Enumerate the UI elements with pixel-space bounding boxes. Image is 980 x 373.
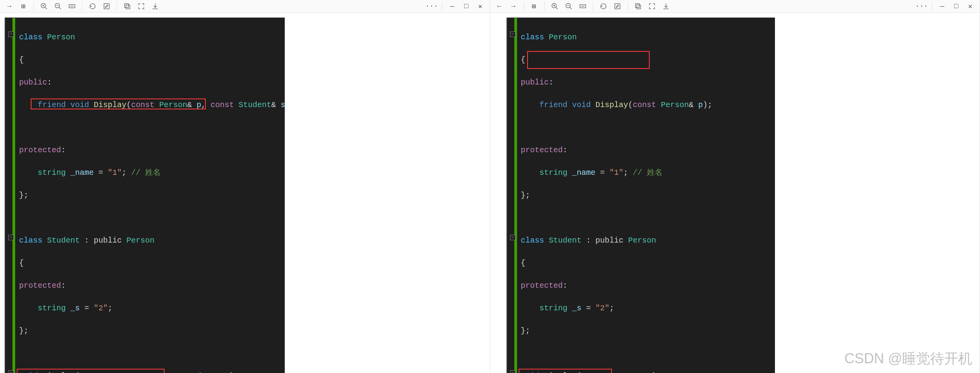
toolbar-left: → ⊞ ··· — □ ✕ — [0, 0, 490, 13]
fullscreen-icon[interactable] — [135, 0, 147, 12]
separator — [544, 2, 545, 11]
toolbar-right: ← → ⊞ ··· — □ ✕ — [490, 0, 980, 13]
display-definition-right: −void Display(const Person& p) — [521, 370, 773, 373]
separator — [932, 2, 932, 11]
svg-line-1 — [45, 7, 47, 9]
svg-rect-10 — [124, 4, 128, 7]
zoom-out-icon[interactable] — [563, 0, 575, 12]
back-icon[interactable]: ← — [493, 0, 506, 12]
editor-container-left: −class Person { public: friend void Disp… — [0, 13, 490, 373]
edit-icon[interactable] — [100, 0, 113, 12]
copy-icon[interactable] — [121, 0, 133, 12]
zoom-out-icon[interactable] — [52, 0, 64, 12]
fit-width-icon[interactable] — [577, 0, 589, 12]
fit-width-icon[interactable] — [66, 0, 78, 12]
separator — [593, 2, 593, 11]
svg-line-15 — [556, 7, 557, 9]
fullscreen-icon[interactable] — [646, 0, 658, 12]
grid-icon[interactable]: ⊞ — [17, 0, 30, 12]
svg-line-5 — [59, 7, 61, 9]
rotate-icon[interactable] — [597, 0, 610, 12]
forward-icon[interactable]: → — [507, 0, 520, 12]
more-icon[interactable]: ··· — [915, 0, 928, 12]
code-content-left: −class Person { public: friend void Disp… — [15, 18, 285, 373]
friend-declaration-right: friend void Display(const Person& p); — [521, 99, 773, 111]
zoom-in-icon[interactable] — [549, 0, 561, 12]
left-pane: → ⊞ ··· — □ ✕ −class Person { public: fr… — [0, 0, 490, 373]
svg-rect-25 — [636, 5, 640, 9]
copy-icon[interactable] — [632, 0, 644, 12]
friend-declaration-left: friend void Display(const Person& p, con… — [19, 99, 285, 111]
svg-rect-24 — [635, 4, 639, 7]
grid-icon[interactable]: ⊞ — [528, 0, 540, 12]
minimize-icon[interactable]: — — [446, 0, 459, 12]
separator — [33, 2, 34, 11]
maximize-icon[interactable]: □ — [950, 0, 962, 12]
edit-icon[interactable] — [611, 0, 624, 12]
svg-rect-23 — [615, 4, 620, 9]
right-pane: ← → ⊞ ··· — □ ✕ −class Person { public: … — [490, 0, 980, 373]
rotate-icon[interactable] — [86, 0, 99, 12]
svg-rect-11 — [126, 5, 130, 9]
separator — [82, 2, 82, 11]
forward-icon[interactable]: → — [3, 0, 16, 12]
code-editor-right[interactable]: −class Person { public: friend void Disp… — [507, 18, 775, 373]
close-icon[interactable]: ✕ — [964, 0, 976, 12]
more-icon[interactable]: ··· — [426, 0, 438, 12]
editor-container-right: −class Person { public: friend void Disp… — [490, 13, 980, 373]
separator — [442, 2, 442, 11]
close-icon[interactable]: ✕ — [474, 0, 487, 12]
maximize-icon[interactable]: □ — [460, 0, 473, 12]
svg-line-19 — [570, 7, 572, 9]
separator — [117, 2, 117, 11]
code-editor-left[interactable]: −class Person { public: friend void Disp… — [5, 18, 285, 373]
display-definition-left: −void Display(const Person& p,const Stud… — [19, 370, 285, 373]
zoom-in-icon[interactable] — [38, 0, 50, 12]
separator — [628, 2, 628, 11]
minimize-icon[interactable]: — — [936, 0, 948, 12]
separator — [524, 2, 524, 11]
code-content-right: −class Person { public: friend void Disp… — [517, 18, 775, 373]
download-icon[interactable] — [660, 0, 672, 12]
download-icon[interactable] — [149, 0, 161, 12]
svg-rect-9 — [104, 4, 109, 9]
